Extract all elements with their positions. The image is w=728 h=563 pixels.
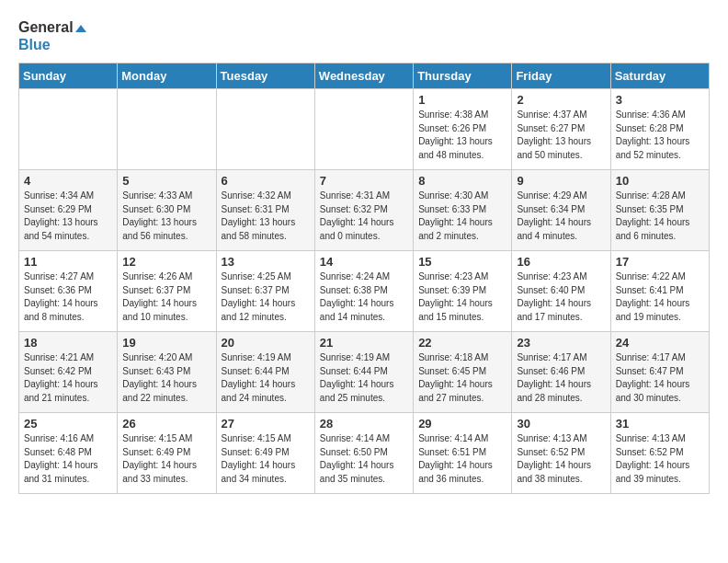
day-number: 13	[222, 255, 310, 269]
day-info: Sunrise: 4:17 AM Sunset: 6:47 PM Dayligh…	[616, 351, 704, 405]
calendar-week-row: 25Sunrise: 4:16 AM Sunset: 6:48 PM Dayli…	[19, 413, 710, 494]
calendar-cell: 15Sunrise: 4:23 AM Sunset: 6:39 PM Dayli…	[414, 251, 512, 332]
day-info: Sunrise: 4:31 AM Sunset: 6:32 PM Dayligh…	[320, 190, 408, 243]
day-number: 6	[222, 174, 310, 188]
day-number: 16	[517, 255, 605, 269]
weekday-header-cell: Friday	[512, 63, 610, 89]
day-info: Sunrise: 4:19 AM Sunset: 6:44 PM Dayligh…	[320, 351, 408, 405]
calendar-table: SundayMondayTuesdayWednesdayThursdayFrid…	[18, 63, 710, 494]
calendar-cell: 17Sunrise: 4:22 AM Sunset: 6:41 PM Dayli…	[610, 251, 709, 332]
day-number: 3	[616, 93, 704, 107]
day-info: Sunrise: 4:30 AM Sunset: 6:33 PM Dayligh…	[418, 190, 506, 243]
calendar-cell: 11Sunrise: 4:27 AM Sunset: 6:36 PM Dayli…	[19, 251, 118, 332]
day-info: Sunrise: 4:33 AM Sunset: 6:30 PM Dayligh…	[122, 190, 210, 243]
calendar-cell: 24Sunrise: 4:17 AM Sunset: 6:47 PM Dayli…	[610, 332, 709, 413]
day-info: Sunrise: 4:13 AM Sunset: 6:52 PM Dayligh…	[616, 432, 704, 486]
calendar-cell: 5Sunrise: 4:33 AM Sunset: 6:30 PM Daylig…	[118, 170, 216, 251]
day-number: 24	[616, 336, 704, 350]
day-number: 25	[24, 417, 112, 431]
day-info: Sunrise: 4:22 AM Sunset: 6:41 PM Dayligh…	[616, 270, 704, 324]
calendar-cell: 13Sunrise: 4:25 AM Sunset: 6:37 PM Dayli…	[216, 251, 314, 332]
day-info: Sunrise: 4:34 AM Sunset: 6:29 PM Dayligh…	[24, 190, 112, 243]
day-info: Sunrise: 4:16 AM Sunset: 6:48 PM Dayligh…	[24, 432, 112, 486]
day-number: 4	[24, 174, 112, 188]
calendar-cell: 23Sunrise: 4:17 AM Sunset: 6:46 PM Dayli…	[512, 332, 610, 413]
weekday-header-cell: Tuesday	[216, 63, 314, 89]
calendar-cell	[118, 89, 216, 170]
day-info: Sunrise: 4:37 AM Sunset: 6:27 PM Dayligh…	[517, 109, 605, 162]
day-info: Sunrise: 4:27 AM Sunset: 6:36 PM Dayligh…	[24, 270, 112, 324]
day-number: 22	[418, 336, 506, 350]
calendar-cell: 10Sunrise: 4:28 AM Sunset: 6:35 PM Dayli…	[610, 170, 709, 251]
day-number: 29	[418, 417, 506, 431]
day-number: 15	[418, 255, 506, 269]
day-number: 11	[24, 255, 112, 269]
page-header: General Blue	[18, 18, 710, 53]
calendar-week-row: 4Sunrise: 4:34 AM Sunset: 6:29 PM Daylig…	[19, 170, 710, 251]
calendar-week-row: 11Sunrise: 4:27 AM Sunset: 6:36 PM Dayli…	[19, 251, 710, 332]
calendar-cell: 29Sunrise: 4:14 AM Sunset: 6:51 PM Dayli…	[414, 413, 512, 494]
calendar-cell: 14Sunrise: 4:24 AM Sunset: 6:38 PM Dayli…	[314, 251, 413, 332]
day-number: 5	[122, 174, 210, 188]
day-number: 26	[122, 417, 210, 431]
day-info: Sunrise: 4:15 AM Sunset: 6:49 PM Dayligh…	[122, 432, 210, 486]
day-info: Sunrise: 4:14 AM Sunset: 6:50 PM Dayligh…	[320, 432, 408, 486]
day-info: Sunrise: 4:14 AM Sunset: 6:51 PM Dayligh…	[418, 432, 506, 486]
calendar-cell: 26Sunrise: 4:15 AM Sunset: 6:49 PM Dayli…	[118, 413, 216, 494]
day-number: 12	[122, 255, 210, 269]
day-info: Sunrise: 4:23 AM Sunset: 6:40 PM Dayligh…	[517, 270, 605, 324]
weekday-header-cell: Sunday	[19, 63, 118, 89]
weekday-header-cell: Wednesday	[314, 63, 413, 89]
day-number: 9	[517, 174, 605, 188]
day-info: Sunrise: 4:18 AM Sunset: 6:45 PM Dayligh…	[418, 351, 506, 405]
day-info: Sunrise: 4:38 AM Sunset: 6:26 PM Dayligh…	[418, 109, 506, 162]
day-number: 27	[222, 417, 310, 431]
day-info: Sunrise: 4:26 AM Sunset: 6:37 PM Dayligh…	[122, 270, 210, 324]
day-info: Sunrise: 4:36 AM Sunset: 6:28 PM Dayligh…	[616, 109, 704, 162]
calendar-cell: 2Sunrise: 4:37 AM Sunset: 6:27 PM Daylig…	[512, 89, 610, 170]
calendar-cell: 27Sunrise: 4:15 AM Sunset: 6:49 PM Dayli…	[216, 413, 314, 494]
day-number: 14	[320, 255, 408, 269]
calendar-cell: 31Sunrise: 4:13 AM Sunset: 6:52 PM Dayli…	[610, 413, 709, 494]
calendar-cell: 20Sunrise: 4:19 AM Sunset: 6:44 PM Dayli…	[216, 332, 314, 413]
day-number: 31	[616, 417, 704, 431]
calendar-cell: 21Sunrise: 4:19 AM Sunset: 6:44 PM Dayli…	[314, 332, 413, 413]
calendar-body: 1Sunrise: 4:38 AM Sunset: 6:26 PM Daylig…	[19, 89, 710, 494]
weekday-header-cell: Saturday	[610, 63, 709, 89]
calendar-cell: 3Sunrise: 4:36 AM Sunset: 6:28 PM Daylig…	[610, 89, 709, 170]
calendar-cell: 6Sunrise: 4:32 AM Sunset: 6:31 PM Daylig…	[216, 170, 314, 251]
logo-text: General Blue	[18, 18, 86, 53]
calendar-cell: 7Sunrise: 4:31 AM Sunset: 6:32 PM Daylig…	[314, 170, 413, 251]
calendar-cell	[19, 89, 118, 170]
day-info: Sunrise: 4:24 AM Sunset: 6:38 PM Dayligh…	[320, 270, 408, 324]
day-number: 28	[320, 417, 408, 431]
day-number: 19	[122, 336, 210, 350]
calendar-week-row: 1Sunrise: 4:38 AM Sunset: 6:26 PM Daylig…	[19, 89, 710, 170]
day-info: Sunrise: 4:28 AM Sunset: 6:35 PM Dayligh…	[616, 190, 704, 243]
day-info: Sunrise: 4:13 AM Sunset: 6:52 PM Dayligh…	[517, 432, 605, 486]
calendar-cell: 1Sunrise: 4:38 AM Sunset: 6:26 PM Daylig…	[414, 89, 512, 170]
weekday-header-cell: Monday	[118, 63, 216, 89]
day-number: 30	[517, 417, 605, 431]
day-info: Sunrise: 4:29 AM Sunset: 6:34 PM Dayligh…	[517, 190, 605, 243]
day-number: 1	[418, 93, 506, 107]
calendar-week-row: 18Sunrise: 4:21 AM Sunset: 6:42 PM Dayli…	[19, 332, 710, 413]
day-number: 17	[616, 255, 704, 269]
day-info: Sunrise: 4:23 AM Sunset: 6:39 PM Dayligh…	[418, 270, 506, 324]
day-info: Sunrise: 4:21 AM Sunset: 6:42 PM Dayligh…	[24, 351, 112, 405]
calendar-cell: 16Sunrise: 4:23 AM Sunset: 6:40 PM Dayli…	[512, 251, 610, 332]
day-number: 18	[24, 336, 112, 350]
day-info: Sunrise: 4:15 AM Sunset: 6:49 PM Dayligh…	[222, 432, 310, 486]
calendar-cell: 22Sunrise: 4:18 AM Sunset: 6:45 PM Dayli…	[414, 332, 512, 413]
calendar-cell: 30Sunrise: 4:13 AM Sunset: 6:52 PM Dayli…	[512, 413, 610, 494]
day-info: Sunrise: 4:25 AM Sunset: 6:37 PM Dayligh…	[222, 270, 310, 324]
calendar-cell: 9Sunrise: 4:29 AM Sunset: 6:34 PM Daylig…	[512, 170, 610, 251]
calendar-cell: 19Sunrise: 4:20 AM Sunset: 6:43 PM Dayli…	[118, 332, 216, 413]
day-info: Sunrise: 4:32 AM Sunset: 6:31 PM Dayligh…	[222, 190, 310, 243]
day-number: 8	[418, 174, 506, 188]
day-number: 10	[616, 174, 704, 188]
day-info: Sunrise: 4:17 AM Sunset: 6:46 PM Dayligh…	[517, 351, 605, 405]
day-number: 20	[222, 336, 310, 350]
calendar-cell: 12Sunrise: 4:26 AM Sunset: 6:37 PM Dayli…	[118, 251, 216, 332]
weekday-header-row: SundayMondayTuesdayWednesdayThursdayFrid…	[19, 63, 710, 89]
